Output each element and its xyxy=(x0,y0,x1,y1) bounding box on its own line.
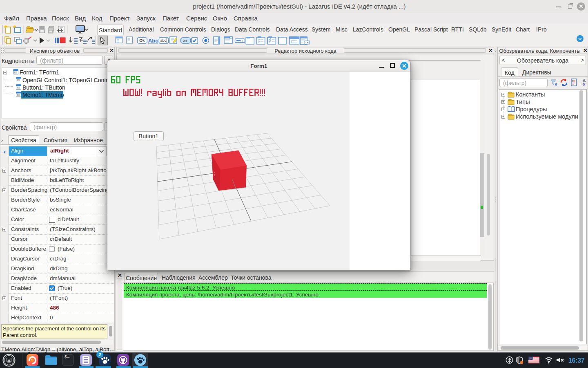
svg-text:Ok: Ok xyxy=(139,38,145,43)
svg-text:Abc: Abc xyxy=(148,38,158,44)
svg-text:on: on xyxy=(183,38,187,43)
svg-text:Ok: Ok xyxy=(305,41,309,44)
svg-text:abc: abc xyxy=(160,38,166,43)
